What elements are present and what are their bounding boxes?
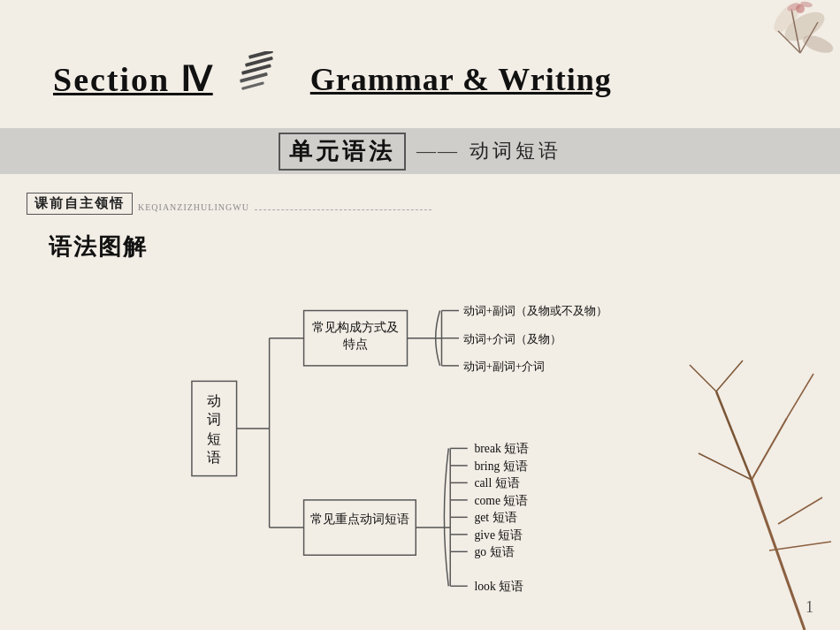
svg-text:特点: 特点 [343, 338, 368, 351]
svg-text:bring  短语: bring 短语 [475, 459, 528, 473]
section-label-row: 课前自主领悟 KEQIANZIZHULINGWU [27, 193, 431, 215]
section-en-label: KEQIANZIZHULINGWU [138, 202, 249, 212]
diagram-area: 动 词 短 语 常见构成方式及 特点 动词+副词（及物或不及物） [177, 261, 672, 596]
banner-cn-label: 单元语法 [279, 133, 406, 171]
diagram-title: 语法图解 [49, 232, 148, 262]
svg-rect-22 [241, 81, 264, 90]
svg-text:动词+介词（及物）: 动词+介词（及物） [463, 333, 561, 345]
svg-text:短: 短 [207, 431, 221, 446]
svg-text:look   短语: look 短语 [475, 580, 524, 593]
svg-text:语: 语 [207, 450, 221, 465]
svg-line-10 [716, 391, 752, 480]
svg-point-0 [780, 6, 829, 47]
svg-text:词: 词 [207, 412, 221, 427]
deco-branch-bottom-right [645, 347, 840, 630]
svg-point-6 [786, 2, 802, 13]
banner: 单元语法 —— 动词短语 [0, 128, 840, 174]
svg-text:常见重点动词短语: 常见重点动词短语 [310, 512, 409, 526]
svg-text:动词+副词（及物或不及物）: 动词+副词（及物或不及物） [463, 305, 607, 317]
svg-line-11 [752, 418, 787, 480]
svg-line-4 [800, 22, 818, 53]
grammar-title: Grammar & Writing [310, 61, 612, 98]
svg-line-12 [787, 374, 813, 418]
svg-text:go      短语: go 短语 [475, 545, 515, 558]
svg-point-8 [796, 4, 805, 13]
svg-line-16 [778, 497, 822, 524]
svg-text:break  短语: break 短语 [475, 442, 530, 455]
section-cn-label: 课前自主领悟 [27, 193, 133, 215]
svg-text:常见构成方式及: 常见构成方式及 [312, 321, 399, 334]
svg-text:call    短语: call 短语 [475, 476, 520, 490]
slide-page: Section Ⅳ Grammar & Writing 单元语法 —— 动词短语… [0, 0, 840, 630]
diagram-svg: 动 词 短 语 常见构成方式及 特点 动词+副词（及物或不及物） [177, 261, 672, 596]
svg-line-13 [699, 453, 752, 480]
svg-text:动: 动 [207, 393, 221, 408]
header: Section Ⅳ Grammar & Writing [53, 49, 787, 110]
svg-point-2 [800, 32, 835, 56]
svg-text:come  短语: come 短语 [475, 494, 529, 507]
svg-point-7 [800, 1, 813, 8]
svg-text:动词+副词+介词: 动词+副词+介词 [463, 361, 545, 373]
svg-line-9 [752, 480, 805, 630]
banner-subtitle: 动词短语 [470, 138, 561, 164]
svg-line-3 [791, 9, 800, 53]
svg-line-17 [769, 542, 831, 550]
svg-rect-43 [304, 500, 416, 555]
banner-dash: —— [416, 140, 459, 163]
svg-text:get     短语: get 短语 [475, 511, 517, 524]
page-number: 1 [806, 598, 813, 617]
svg-line-14 [690, 365, 716, 391]
section-dots [255, 209, 431, 210]
section-title: Section Ⅳ [53, 60, 213, 99]
pen-icon [231, 49, 293, 110]
svg-text:give    短语: give 短语 [475, 528, 523, 542]
svg-point-1 [769, 0, 805, 36]
svg-line-15 [716, 361, 743, 391]
